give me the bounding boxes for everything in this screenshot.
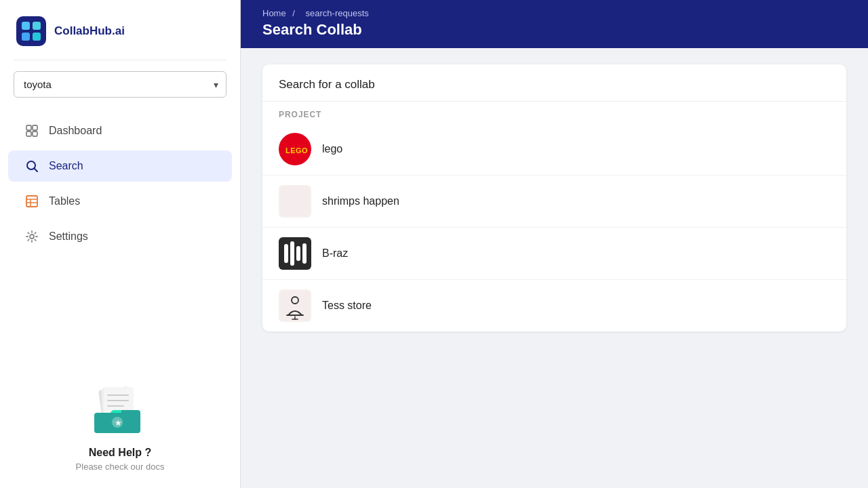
svg-line-10 xyxy=(35,169,38,172)
sidebar: CollabHub.ai toyotahondabmw ▾ Dashboard xyxy=(0,0,241,488)
settings-icon xyxy=(24,229,39,244)
svg-rect-7 xyxy=(26,131,31,136)
lego-logo: LEGO xyxy=(279,133,311,165)
sidebar-item-search[interactable]: Search xyxy=(8,150,232,182)
svg-rect-26 xyxy=(280,186,310,216)
help-title: Need Help ? xyxy=(89,447,151,459)
help-subtitle: Please check our docs xyxy=(76,462,165,472)
app-name: CollabHub.ai xyxy=(54,24,125,38)
settings-label: Settings xyxy=(49,230,88,243)
project-list: LEGO lego 🦐 shrimps happen xyxy=(262,123,846,331)
dashboard-label: Dashboard xyxy=(49,125,102,137)
tess-logo xyxy=(279,289,311,322)
search-card-title: Search for a collab xyxy=(262,64,846,102)
svg-rect-4 xyxy=(33,33,41,41)
breadcrumb-home[interactable]: Home xyxy=(262,8,286,18)
project-item-lego[interactable]: LEGO lego xyxy=(262,123,846,176)
project-item-braz[interactable]: B-raz xyxy=(262,228,846,280)
help-illustration: ★ xyxy=(86,380,154,441)
project-name-braz: B-raz xyxy=(322,247,348,260)
help-section: ★ Need Help ? Please check our docs xyxy=(0,367,240,488)
sidebar-item-tables[interactable]: Tables xyxy=(8,186,232,217)
project-name-shrimps: shrimps happen xyxy=(322,195,399,207)
sidebar-item-dashboard[interactable]: Dashboard xyxy=(8,115,232,146)
svg-rect-11 xyxy=(26,196,37,207)
svg-rect-8 xyxy=(33,131,37,136)
svg-text:★: ★ xyxy=(115,418,122,428)
project-section-label: PROJECT xyxy=(262,102,846,123)
content-area: Search for a collab PROJECT LEGO lego xyxy=(241,48,868,488)
svg-rect-5 xyxy=(26,125,31,130)
search-card: Search for a collab PROJECT LEGO lego xyxy=(262,64,846,331)
org-dropdown-area: toyotahondabmw ▾ xyxy=(0,60,240,108)
org-dropdown-wrapper[interactable]: toyotahondabmw ▾ xyxy=(14,71,226,98)
breadcrumb: Home / search-requests xyxy=(262,8,846,18)
svg-rect-2 xyxy=(33,22,41,30)
breadcrumb-current: search-requests xyxy=(306,8,369,18)
braz-logo xyxy=(279,237,311,270)
dashboard-icon xyxy=(24,123,39,138)
shrimps-logo: 🦐 xyxy=(279,185,311,218)
project-name-lego: lego xyxy=(322,143,342,155)
page-title: Search Collab xyxy=(262,21,846,39)
breadcrumb-separator: / xyxy=(292,8,295,18)
project-name-tess: Tess store xyxy=(322,300,372,312)
sidebar-item-settings[interactable]: Settings xyxy=(8,221,232,252)
project-item-tess[interactable]: Tess store xyxy=(262,280,846,331)
svg-text:LEGO: LEGO xyxy=(285,146,308,155)
svg-rect-1 xyxy=(22,22,30,30)
svg-rect-6 xyxy=(33,125,37,130)
page-header: Home / search-requests Search Collab xyxy=(241,0,868,48)
sidebar-nav: Dashboard Search Tables xyxy=(0,108,240,259)
svg-point-15 xyxy=(30,235,34,239)
main-content: Home / search-requests Search Collab Sea… xyxy=(241,0,868,488)
search-label: Search xyxy=(49,160,83,172)
logo-area: CollabHub.ai xyxy=(0,0,240,60)
app-logo xyxy=(16,16,46,46)
search-icon xyxy=(24,159,39,174)
project-item-shrimps[interactable]: 🦐 shrimps happen xyxy=(262,176,846,228)
org-dropdown[interactable]: toyotahondabmw xyxy=(14,71,226,98)
svg-rect-3 xyxy=(22,33,30,41)
tables-label: Tables xyxy=(49,195,80,207)
tables-icon xyxy=(24,194,39,209)
